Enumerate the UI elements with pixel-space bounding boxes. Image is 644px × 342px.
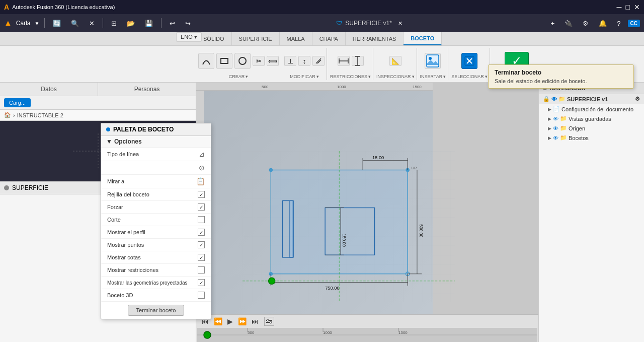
close-doc-tab-button[interactable]: ✕ [395, 19, 406, 28]
nav-expand-bocetos[interactable]: ▶ [548, 135, 551, 141]
offset-icon[interactable] [312, 56, 325, 66]
undo-button[interactable]: ↩ [167, 19, 178, 28]
rejilla-checkbox[interactable]: ✓ [198, 191, 205, 198]
tab-superficie[interactable]: SUPERFICIE [232, 32, 280, 45]
arc-tool-icon[interactable] [198, 53, 214, 69]
modificar-label[interactable]: MODIFICAR ▾ [290, 74, 319, 79]
canvas-drawing-area[interactable]: 18.00 500.00 750.00 150.00 [204, 91, 433, 322]
user-name[interactable]: Carla [16, 20, 31, 27]
select-icon[interactable] [461, 53, 477, 69]
settings-button[interactable]: ⚙ [580, 19, 592, 28]
extend-icon[interactable]: ↕ [298, 56, 310, 66]
horiz-constraint-icon[interactable] [338, 56, 350, 66]
perfil-checkbox[interactable]: ✓ [198, 229, 205, 236]
restricciones-label[interactable]: RESTRICCIONES ▾ [330, 74, 371, 79]
tab-chapa[interactable]: CHAPA [312, 32, 346, 45]
circle-type-icon[interactable]: ⊙ [199, 164, 205, 172]
terminate-btn[interactable]: Terminar boceto [128, 305, 185, 316]
nav-item-origen[interactable]: ▶ 👁 📁 Origen [539, 123, 644, 133]
timeline-play-btn[interactable]: ▶ [226, 317, 234, 326]
timeline-end-btn[interactable]: ⏭ [250, 317, 260, 326]
trim-icon[interactable]: ⊥ [284, 56, 296, 66]
palette-row-perfil[interactable]: Mostrar el perfil ✓ [101, 226, 211, 239]
nav-expand-vistas[interactable]: ▶ [548, 116, 551, 121]
help-button[interactable]: ? [614, 19, 623, 28]
nav-item-config[interactable]: ▶ 📄 Configuración del documento [539, 104, 644, 114]
palette-row-puntos[interactable]: Mostrar puntos ✓ [101, 239, 211, 251]
palette-row-restricciones[interactable]: Mostrar restricciones [101, 264, 211, 277]
seleccionar-label[interactable]: SELECCIONAR ▾ [451, 74, 488, 79]
palette-row-forzar[interactable]: Forzar ✓ [101, 201, 211, 214]
maximize-button[interactable]: □ [626, 3, 630, 11]
insert-image-icon[interactable] [425, 53, 441, 69]
restricciones-checkbox[interactable] [198, 266, 205, 273]
tab-malla[interactable]: MALLA [280, 32, 312, 45]
add-tab-button[interactable]: + [548, 19, 558, 28]
tab-datos[interactable]: Datos [0, 83, 98, 96]
geometrias-checkbox[interactable]: ✓ [198, 279, 205, 286]
save-button[interactable]: 💾 [142, 19, 156, 28]
cotas-checkbox[interactable]: ✓ [198, 254, 205, 261]
search-button[interactable]: 🔍 [68, 19, 82, 28]
seleccionar-dropdown-icon: ▾ [485, 74, 488, 79]
boceto3d-checkbox[interactable] [198, 292, 205, 299]
mirar-icon[interactable]: 📋 [196, 177, 205, 185]
nav-item-vistas[interactable]: ▶ 👁 📁 Vistas guardadas [539, 114, 644, 123]
window-controls[interactable]: ─ □ ✕ [617, 3, 640, 11]
nav-eye-icon[interactable]: 👁 [551, 96, 557, 102]
home-icon[interactable]: 🏠 [4, 112, 11, 118]
nav-expand-config[interactable]: ▶ [548, 107, 551, 112]
extension-button[interactable]: 🔌 [561, 19, 576, 28]
redo-button[interactable]: ↪ [182, 19, 194, 28]
measure-icon[interactable]: 📐 [389, 56, 401, 66]
palette-row-boceto3d[interactable]: Boceto 3D [101, 289, 211, 302]
tab-herramientas[interactable]: HERRAMIENTAS [346, 32, 404, 45]
breadcrumb-item[interactable]: INSTRUCTABLE 2 [17, 112, 63, 118]
grid-button[interactable]: ⊞ [108, 19, 120, 28]
inspeccionar-label[interactable]: INSPECCIONAR ▾ [376, 74, 415, 79]
nav-item-bocetos[interactable]: ▶ 👁 📁 Bocetos [539, 133, 644, 143]
notifications-button[interactable]: 🔔 [596, 19, 610, 28]
scissors-icon[interactable]: ✂ [253, 56, 265, 66]
nav-eye-origen[interactable]: 👁 [553, 125, 558, 131]
design-dropdown[interactable]: ENO ▾ [176, 32, 202, 42]
load-button[interactable]: Carg... [4, 98, 31, 107]
nav-eye-bocetos[interactable]: 👁 [553, 135, 558, 141]
circle-tool-icon[interactable] [234, 53, 251, 69]
nav-root[interactable]: 🔒 👁 📁 SUPERFICIE v1 ⚙ [539, 94, 644, 104]
palette-row-rejilla[interactable]: Rejilla del boceto ✓ [101, 188, 211, 201]
timeline-track[interactable]: 500 1000 1500 [197, 328, 537, 342]
tipo-linea-icon[interactable]: ⊿ [199, 150, 205, 158]
corte-checkbox[interactable] [198, 216, 205, 223]
timeline-settings-btn[interactable] [264, 317, 274, 326]
minimize-button[interactable]: ─ [617, 3, 622, 11]
forzar-checkbox[interactable]: ✓ [198, 203, 205, 211]
palette-row-corte[interactable]: Corte [101, 214, 211, 226]
timeline-prev-btn[interactable]: ⏪ [212, 317, 224, 326]
vert-constraint-icon[interactable] [352, 56, 364, 66]
canvas[interactable]: 500 1000 1500 500 1000 [196, 83, 538, 342]
shield-icon: 🛡 [336, 20, 342, 27]
palette-row-geometrias[interactable]: Mostrar las geometrías proyectadas ✓ [101, 277, 211, 289]
palette-row-cotas[interactable]: Mostrar cotas ✓ [101, 251, 211, 264]
mirror-icon[interactable]: ⟺ [267, 56, 279, 66]
nav-eye-vistas[interactable]: 👁 [553, 116, 558, 122]
mirar-label: Mirar a [107, 178, 124, 184]
palette-section[interactable]: ▼ Opciones [101, 136, 211, 148]
close-doc-button[interactable]: ✕ [86, 19, 98, 28]
crear-label[interactable]: CREAR ▾ [229, 74, 249, 79]
rect-tool-icon[interactable] [216, 53, 232, 69]
tab-personas[interactable]: Personas [98, 83, 196, 96]
nav-expand-origen[interactable]: ▶ [548, 126, 551, 131]
nav-settings-icon[interactable]: ⚙ [635, 96, 640, 102]
puntos-checkbox[interactable]: ✓ [198, 241, 205, 248]
open-button[interactable]: 📂 [124, 19, 138, 28]
refresh-button[interactable]: 🔄 [50, 19, 64, 28]
nav-folder-origen-icon: 📁 [560, 125, 567, 131]
close-button[interactable]: ✕ [634, 3, 640, 11]
timeline-next-btn[interactable]: ⏩ [236, 317, 248, 326]
user-dropdown-icon[interactable]: ▼ [35, 21, 40, 26]
surface-name: SUPERFICIE [12, 184, 48, 191]
insertar-label[interactable]: INSERTAR ▾ [420, 74, 446, 79]
tab-boceto[interactable]: BOCETO [404, 32, 442, 45]
